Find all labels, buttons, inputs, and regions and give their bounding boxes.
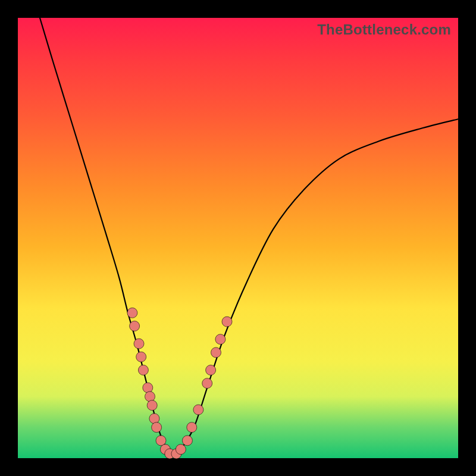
data-points-group bbox=[127, 308, 232, 459]
plot-area: TheBottleneck.com bbox=[18, 18, 458, 458]
chart-svg bbox=[18, 18, 458, 458]
data-point bbox=[152, 422, 162, 433]
data-point bbox=[176, 444, 186, 455]
outer-frame: TheBottleneck.com bbox=[0, 0, 476, 476]
data-point bbox=[143, 383, 153, 393]
data-point bbox=[215, 334, 226, 345]
data-point bbox=[206, 365, 216, 375]
data-point bbox=[149, 414, 159, 424]
data-point bbox=[147, 400, 157, 411]
data-point bbox=[222, 317, 232, 327]
data-point bbox=[193, 405, 203, 415]
data-point bbox=[136, 352, 146, 362]
data-point bbox=[127, 308, 137, 318]
data-point bbox=[182, 436, 192, 446]
data-point bbox=[156, 436, 166, 446]
data-point bbox=[202, 378, 212, 389]
data-point bbox=[130, 321, 140, 331]
data-point bbox=[211, 347, 221, 358]
data-point bbox=[138, 365, 148, 375]
data-point bbox=[134, 339, 144, 349]
bottleneck-curve bbox=[40, 18, 458, 454]
data-point bbox=[187, 422, 197, 433]
data-point bbox=[145, 392, 155, 402]
